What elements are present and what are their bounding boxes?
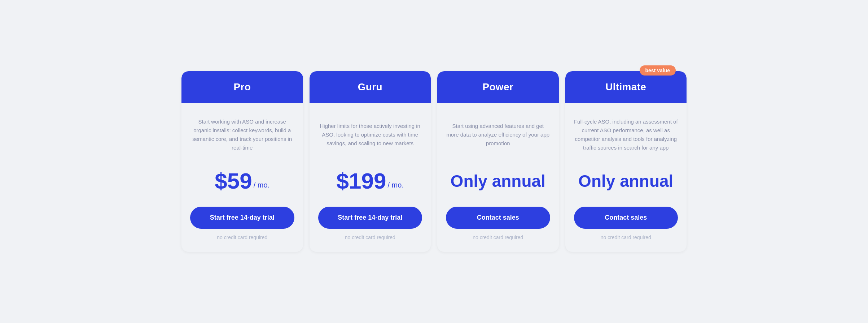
plan-card-power: Power Start using advanced features and … (437, 71, 559, 252)
price-only-annual: Only annual (451, 171, 545, 191)
plan-cta-button[interactable]: Start free 14-day trial (190, 207, 294, 229)
price-only-annual: Only annual (578, 171, 673, 191)
plan-no-credit-card: no credit card required (190, 234, 294, 243)
plan-price: Only annual (574, 156, 678, 207)
plan-price: Only annual (446, 156, 550, 207)
plan-body: Higher limits for those actively investi… (310, 103, 431, 252)
plan-description: Full-cycle ASO, including an assessment … (574, 113, 678, 156)
plan-header: Pro (181, 71, 303, 103)
plan-body: Start using advanced features and get mo… (437, 103, 559, 252)
plan-cta-button[interactable]: Start free 14-day trial (318, 207, 422, 229)
best-value-badge: best value (640, 65, 676, 76)
price-period: / mo. (387, 181, 403, 194)
plan-header: Power (437, 71, 559, 103)
plan-no-credit-card: no credit card required (446, 234, 550, 243)
plan-name: Ultimate (605, 81, 646, 92)
plan-description: Higher limits for those actively investi… (318, 113, 422, 156)
pricing-grid: Pro Start working with ASO and increase … (181, 71, 687, 252)
plan-card-ultimate: best value Ultimate Full-cycle ASO, incl… (565, 71, 687, 252)
plan-cta-button[interactable]: Contact sales (446, 207, 550, 229)
plan-body: Full-cycle ASO, including an assessment … (565, 103, 687, 252)
plan-no-credit-card: no credit card required (574, 234, 678, 243)
plan-card-guru: Guru Higher limits for those actively in… (310, 71, 431, 252)
plan-name: Power (482, 81, 513, 92)
plan-description: Start using advanced features and get mo… (446, 113, 550, 156)
plan-header: Guru (310, 71, 431, 103)
plan-cta-button[interactable]: Contact sales (574, 207, 678, 229)
plan-body: Start working with ASO and increase orga… (181, 103, 303, 252)
plan-header: Ultimate (565, 71, 687, 103)
plan-name: Pro (233, 81, 251, 92)
price-amount: $199 (337, 168, 386, 194)
plan-price: $59 / mo. (190, 156, 294, 207)
plan-name: Guru (358, 81, 382, 92)
plan-description: Start working with ASO and increase orga… (190, 113, 294, 156)
price-amount: $59 (215, 168, 252, 194)
price-period: / mo. (254, 181, 269, 194)
plan-card-pro: Pro Start working with ASO and increase … (181, 71, 303, 252)
plan-no-credit-card: no credit card required (318, 234, 422, 243)
plan-price: $199 / mo. (318, 156, 422, 207)
